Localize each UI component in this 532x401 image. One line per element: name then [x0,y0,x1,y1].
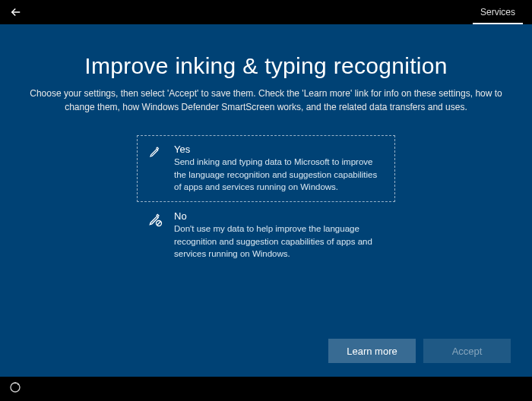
tab-services[interactable]: Services [473,1,523,24]
back-button[interactable] [9,5,23,19]
learn-more-button[interactable]: Learn more [328,339,416,363]
svg-line-1 [157,222,161,226]
pen-icon [147,144,163,194]
page-title: Improve inking & typing recognition [21,53,511,79]
footer-buttons: Learn more Accept [328,339,511,363]
option-no-text: No Don't use my data to help improve the… [174,210,385,260]
option-no[interactable]: No Don't use my data to help improve the… [137,202,395,269]
option-yes-desc: Send inking and typing data to Microsoft… [174,156,385,194]
titlebar: Services [0,0,532,24]
option-yes-text: Yes Send inking and typing data to Micro… [174,144,385,194]
statusbar [0,377,532,401]
option-no-desc: Don't use my data to help improve the la… [174,223,385,260]
ease-of-access-icon[interactable] [9,381,21,396]
pen-disabled-icon [147,210,163,260]
option-no-title: No [174,210,385,222]
option-yes[interactable]: Yes Send inking and typing data to Micro… [137,135,395,202]
page-subtitle: Choose your settings, then select 'Accep… [23,87,509,114]
options-group: Yes Send inking and typing data to Micro… [137,135,395,269]
content-area: Improve inking & typing recognition Choo… [0,24,532,377]
option-yes-title: Yes [174,144,385,155]
back-arrow-icon [9,5,23,19]
accept-button[interactable]: Accept [423,339,511,363]
